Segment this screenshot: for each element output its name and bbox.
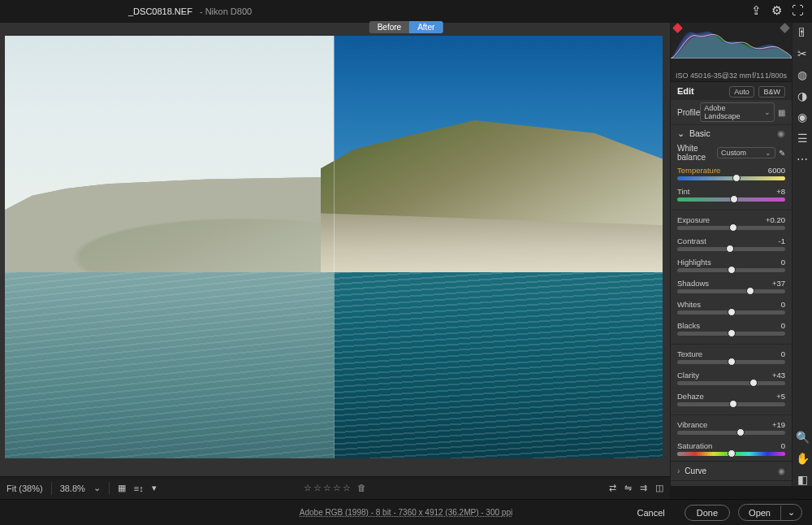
- split-view-icon[interactable]: ◫: [655, 483, 663, 493]
- slider-track[interactable]: [677, 402, 785, 406]
- slider-texture[interactable]: Texture0: [671, 348, 792, 369]
- presets-icon[interactable]: ☰: [797, 132, 808, 145]
- zoom-value[interactable]: 38.8%: [60, 484, 85, 493]
- star-icon[interactable]: ☆: [343, 483, 351, 493]
- slider-track[interactable]: [677, 197, 785, 202]
- bw-button[interactable]: B&W: [758, 86, 785, 98]
- slider-contrast[interactable]: Contrast-1: [671, 235, 792, 256]
- slider-track[interactable]: [677, 268, 785, 272]
- compare-settings-icon[interactable]: ⇄: [609, 483, 616, 493]
- slider-value[interactable]: 6000: [762, 166, 785, 175]
- eye-icon[interactable]: ◉: [778, 466, 785, 475]
- edit-sliders-icon[interactable]: 🎚: [797, 26, 808, 39]
- before-after-toggle[interactable]: Before After: [369, 21, 443, 33]
- grid-icon[interactable]: ▦: [118, 483, 126, 493]
- split-divider[interactable]: [334, 36, 335, 458]
- star-icon[interactable]: ☆: [323, 483, 331, 493]
- open-button[interactable]: Open⌄: [738, 504, 802, 521]
- slider-thumb[interactable]: [728, 308, 736, 316]
- slider-thumb[interactable]: [728, 266, 736, 274]
- section-curve[interactable]: ›Curve◉: [671, 461, 792, 480]
- section-detail[interactable]: ›Detail◉: [671, 480, 792, 486]
- slider-thumb[interactable]: [728, 449, 736, 458]
- healing-icon[interactable]: ◍: [797, 68, 807, 81]
- slider-thumb[interactable]: [729, 223, 737, 232]
- slider-saturation[interactable]: Saturation0: [671, 440, 792, 461]
- slider-whites[interactable]: Whites0: [671, 298, 792, 319]
- eye-icon[interactable]: ◉: [777, 128, 785, 138]
- copy-settings-icon[interactable]: ⇉: [640, 483, 647, 493]
- star-icon[interactable]: ☆: [313, 483, 322, 493]
- export-icon[interactable]: ⇪: [751, 3, 762, 18]
- slider-vibrance[interactable]: Vibrance+19: [671, 419, 792, 440]
- slider-thumb[interactable]: [746, 287, 754, 295]
- slider-value[interactable]: 0: [762, 321, 785, 330]
- chevron-down-icon[interactable]: ⌄: [781, 505, 801, 520]
- tab-after[interactable]: After: [409, 21, 443, 33]
- slider-track[interactable]: [677, 431, 785, 435]
- slider-thumb[interactable]: [736, 428, 745, 436]
- slider-track[interactable]: [677, 176, 785, 180]
- slider-value[interactable]: 0: [762, 349, 785, 358]
- slider-tint[interactable]: Tint+8: [671, 185, 792, 206]
- profile-select[interactable]: Adobe Landscape: [700, 102, 775, 122]
- slider-track[interactable]: [677, 247, 785, 251]
- redeye-icon[interactable]: ◉: [797, 111, 807, 124]
- crop-icon[interactable]: ✂: [797, 47, 807, 60]
- slider-temperature[interactable]: Temperature6000: [671, 164, 792, 185]
- slider-track[interactable]: [677, 332, 785, 336]
- eyedropper-icon[interactable]: ✎: [779, 149, 785, 158]
- histogram[interactable]: [671, 23, 792, 70]
- auto-button[interactable]: Auto: [729, 86, 754, 98]
- gear-icon[interactable]: ⚙: [771, 3, 782, 18]
- trash-icon[interactable]: 🗑: [357, 483, 366, 493]
- zoom-chevron-icon[interactable]: ⌄: [93, 483, 101, 493]
- slider-thumb[interactable]: [732, 174, 741, 182]
- slider-dehaze[interactable]: Dehaze+5: [671, 390, 792, 411]
- slider-value[interactable]: +19: [762, 420, 785, 429]
- slider-thumb[interactable]: [726, 245, 734, 253]
- slider-track[interactable]: [677, 452, 785, 456]
- star-icon[interactable]: ☆: [333, 483, 341, 493]
- slider-value[interactable]: -1: [762, 236, 785, 245]
- slider-value[interactable]: +43: [762, 371, 785, 380]
- slider-exposure[interactable]: Exposure+0.20: [671, 214, 792, 235]
- slider-thumb[interactable]: [730, 195, 738, 203]
- slider-thumb[interactable]: [728, 329, 736, 337]
- slider-track[interactable]: [677, 310, 785, 315]
- slider-shadows[interactable]: Shadows+37: [671, 277, 792, 298]
- slider-track[interactable]: [677, 381, 785, 385]
- wb-select[interactable]: Custom: [717, 147, 775, 158]
- slider-highlights[interactable]: Highlights0: [671, 256, 792, 277]
- slider-track[interactable]: [677, 226, 785, 230]
- document-info[interactable]: Adobe RGB (1998) - 8 bit - 7360 x 4912 (…: [300, 508, 512, 517]
- fullscreen-icon[interactable]: ⛶: [792, 3, 804, 18]
- star-icon[interactable]: ☆: [304, 483, 312, 493]
- slider-clarity[interactable]: Clarity+43: [671, 369, 792, 390]
- slider-blacks[interactable]: Blacks0: [671, 319, 792, 341]
- filter-icon[interactable]: ▾: [152, 483, 157, 493]
- more-icon[interactable]: ⋯: [797, 153, 808, 166]
- cancel-button[interactable]: Cancel: [626, 505, 676, 520]
- slider-value[interactable]: +5: [762, 392, 785, 401]
- slider-value[interactable]: 0: [762, 300, 785, 309]
- slider-value[interactable]: 0: [762, 441, 785, 450]
- zoom-tool-icon[interactable]: 🔍: [796, 431, 810, 444]
- slider-track[interactable]: [677, 360, 785, 364]
- section-basic[interactable]: ⌄ Basic ◉: [671, 124, 792, 141]
- rating-stars[interactable]: ☆ ☆ ☆ ☆ ☆ 🗑: [304, 483, 366, 493]
- tab-before[interactable]: Before: [369, 21, 409, 33]
- mask-icon[interactable]: ◑: [797, 89, 807, 102]
- image-canvas[interactable]: [5, 36, 663, 458]
- hand-tool-icon[interactable]: ✋: [796, 452, 810, 465]
- slider-value[interactable]: 0: [762, 258, 785, 267]
- slider-thumb[interactable]: [749, 379, 758, 387]
- toggle-panel-icon[interactable]: ◧: [797, 473, 808, 486]
- slider-value[interactable]: +37: [762, 279, 785, 288]
- swap-icon[interactable]: ⇋: [624, 483, 632, 493]
- sort-icon[interactable]: ≡↕: [134, 484, 144, 493]
- done-button[interactable]: Done: [685, 505, 730, 521]
- profile-browser-icon[interactable]: ▦: [778, 108, 785, 117]
- slider-track[interactable]: [677, 289, 785, 293]
- slider-value[interactable]: +0.20: [762, 215, 785, 224]
